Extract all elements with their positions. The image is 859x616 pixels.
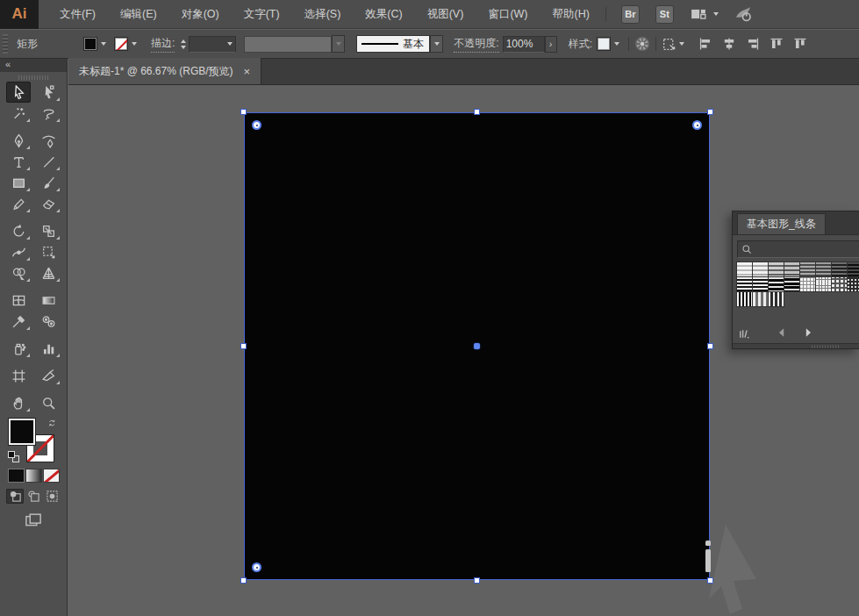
- swap-fill-stroke-icon[interactable]: [47, 417, 59, 433]
- screen-mode-icon[interactable]: [25, 512, 42, 533]
- stroke-color-swatch[interactable]: [114, 37, 128, 51]
- pencil-tool[interactable]: [6, 193, 31, 214]
- scale-tool[interactable]: [36, 220, 61, 241]
- panel-search-box[interactable]: [737, 240, 859, 258]
- menu-item-effect[interactable]: 效果(C): [353, 0, 414, 29]
- stroke-style-combo[interactable]: 基本: [356, 35, 430, 53]
- selection-handle-e[interactable]: [707, 343, 713, 349]
- pattern-swatch-h-mid-2[interactable]: [816, 262, 831, 276]
- corner-widget-nw[interactable]: [252, 120, 261, 130]
- hand-tool[interactable]: [6, 392, 31, 413]
- color-button[interactable]: [8, 469, 25, 483]
- corner-widget-ne[interactable]: [692, 120, 702, 130]
- draw-inside-icon[interactable]: [43, 489, 61, 504]
- stroke-chevron-icon[interactable]: [132, 42, 137, 46]
- draw-behind-icon[interactable]: [25, 489, 42, 504]
- pattern-swatch-h-dark-1[interactable]: [832, 262, 847, 276]
- line-segment-tool[interactable]: [36, 151, 61, 172]
- menu-item-file[interactable]: 文件(F): [47, 0, 108, 29]
- menu-item-select[interactable]: 选择(S): [292, 0, 354, 29]
- selection-handle-n[interactable]: [474, 109, 480, 115]
- panel-resize-strip[interactable]: [733, 343, 859, 348]
- width-tool[interactable]: [6, 241, 31, 262]
- pattern-swatch-h-bw-3[interactable]: [769, 277, 784, 291]
- slice-tool[interactable]: [36, 365, 61, 386]
- stroke-weight-combo[interactable]: [189, 36, 236, 53]
- pattern-swatch-h-dark-2[interactable]: [848, 262, 859, 276]
- pattern-swatch-h-gray-2[interactable]: [784, 262, 799, 276]
- pattern-swatch-h-mid-1[interactable]: [800, 262, 815, 276]
- opacity-label[interactable]: 不透明度:: [454, 36, 498, 53]
- library-stack-icon[interactable]: [738, 326, 751, 340]
- rectangle-tool[interactable]: [6, 172, 31, 193]
- type-tool[interactable]: [6, 151, 31, 172]
- curvature-tool[interactable]: [36, 130, 61, 151]
- vertical-align-center-icon[interactable]: [793, 37, 807, 51]
- menu-item-view[interactable]: 视图(V): [415, 0, 476, 29]
- selection-handle-nw[interactable]: [240, 109, 247, 115]
- gradient-tool[interactable]: [36, 290, 61, 311]
- selection-handle-ne[interactable]: [707, 109, 713, 115]
- selection-handle-s[interactable]: [474, 577, 480, 584]
- workspace-switcher-icon[interactable]: [691, 6, 706, 22]
- horizontal-align-left-icon[interactable]: [698, 37, 712, 51]
- bridge-button[interactable]: Br: [621, 5, 640, 24]
- menu-item-help[interactable]: 帮助(H): [540, 0, 602, 29]
- perspective-grid-tool[interactable]: [36, 262, 61, 283]
- pattern-swatch-v-bw-2[interactable]: [769, 292, 784, 306]
- opacity-more-button[interactable]: ›: [545, 36, 557, 53]
- search-input[interactable]: [756, 243, 859, 255]
- pattern-swatch-h-bw-4[interactable]: [784, 277, 799, 291]
- default-fill-stroke-icon[interactable]: [8, 451, 19, 462]
- brush-definition-chevron[interactable]: [332, 35, 345, 53]
- selection-handle-w[interactable]: [240, 343, 247, 349]
- lasso-tool[interactable]: [36, 103, 61, 124]
- pattern-swatch-h-gray-1[interactable]: [769, 262, 784, 276]
- stroke-weight-label[interactable]: 描边:: [151, 36, 175, 53]
- pattern-swatch-h-bw-1[interactable]: [737, 277, 752, 291]
- stroke-weight-stepper[interactable]: [181, 39, 186, 49]
- eraser-tool[interactable]: [36, 193, 61, 214]
- prev-arrow-icon[interactable]: [776, 326, 788, 339]
- selected-rectangle[interactable]: [244, 112, 710, 580]
- stock-button[interactable]: St: [655, 5, 674, 24]
- sync-status-icon[interactable]: [734, 5, 752, 23]
- pattern-swatch-h-light-2[interactable]: [753, 262, 768, 276]
- column-graph-tool[interactable]: [36, 338, 61, 359]
- pattern-swatch-h-bw-2[interactable]: [753, 277, 768, 291]
- pattern-swatch-grid-fine-1[interactable]: [800, 277, 815, 291]
- paintbrush-tool[interactable]: [36, 172, 61, 193]
- style-chevron-icon[interactable]: [614, 42, 619, 46]
- magic-wand-tool[interactable]: [6, 103, 31, 124]
- none-button[interactable]: [43, 469, 60, 483]
- gradient-button[interactable]: [25, 469, 42, 483]
- pattern-swatch-grid-plaid[interactable]: [832, 277, 847, 291]
- pattern-swatch-v-gray[interactable]: [753, 292, 768, 306]
- fill-indicator[interactable]: [9, 419, 35, 445]
- rotate-tool[interactable]: [6, 220, 31, 241]
- selection-handle-se[interactable]: [707, 577, 713, 584]
- opacity-field[interactable]: 100%: [503, 36, 545, 53]
- fill-color-swatch[interactable]: [83, 37, 97, 51]
- menu-item-object[interactable]: 对象(O): [169, 0, 232, 29]
- document-tab[interactable]: 未标题-1* @ 66.67% (RGB/预览) ×: [68, 58, 261, 84]
- corner-widget-sw[interactable]: [252, 562, 261, 572]
- pattern-swatch-grid-dark[interactable]: [848, 277, 859, 291]
- menu-item-window[interactable]: 窗口(W): [476, 0, 540, 29]
- tab-close-icon[interactable]: ×: [244, 66, 251, 77]
- artboard-tool[interactable]: [6, 365, 31, 386]
- toolbox-grip[interactable]: [18, 75, 48, 80]
- next-arrow-icon[interactable]: [802, 326, 814, 339]
- eyedropper-tool[interactable]: [6, 311, 31, 332]
- mesh-tool[interactable]: [6, 290, 31, 311]
- blend-tool[interactable]: [36, 311, 61, 332]
- toolbox-collapse-button[interactable]: «: [0, 59, 67, 72]
- document-setup-chevron-icon[interactable]: [679, 42, 684, 46]
- pattern-swatch-v-bw-1[interactable]: [737, 292, 752, 306]
- style-swatch[interactable]: [597, 37, 611, 51]
- recolor-artwork-icon[interactable]: [634, 36, 650, 52]
- panel-tab[interactable]: 基本图形_线条: [737, 213, 826, 234]
- pen-tool[interactable]: [6, 130, 31, 151]
- selection-center-point[interactable]: [474, 343, 480, 349]
- pattern-swatch-h-light-1[interactable]: [737, 262, 752, 276]
